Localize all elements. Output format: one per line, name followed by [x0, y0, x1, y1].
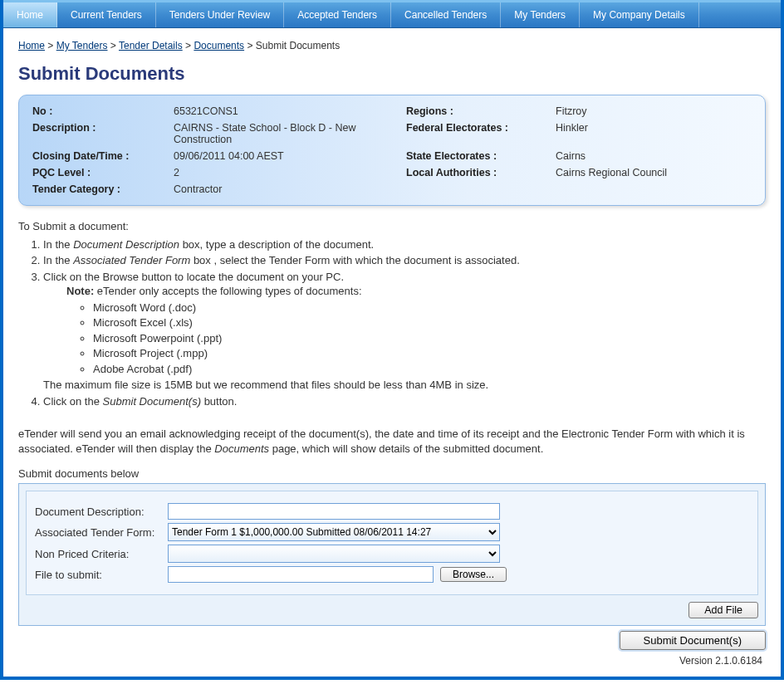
- doc-type: Microsoft Project (.mpp): [93, 346, 766, 361]
- info-pqc-label: PQC Level :: [32, 167, 165, 178]
- info-local-label: Local Authorities :: [406, 167, 547, 178]
- instructions-intro: To Submit a document:: [18, 219, 766, 234]
- nonpriced-label: Non Priced Criteria:: [35, 548, 168, 560]
- app-frame: Home Current Tenders Tenders Under Revie…: [0, 0, 784, 680]
- doc-type: Microsoft Word (.doc): [93, 300, 766, 315]
- form-heading: Submit documents below: [18, 467, 766, 480]
- breadcrumb-current: Submit Documents: [256, 40, 340, 51]
- info-local-value: Cairns Regional Council: [556, 167, 752, 178]
- file-label: File to submit:: [35, 569, 168, 581]
- instruction-step-1: In the Document Description box, type a …: [43, 237, 766, 252]
- info-desc-label: Description :: [32, 122, 165, 145]
- add-file-button[interactable]: Add File: [688, 602, 758, 618]
- info-no-value: 65321CONS1: [174, 105, 398, 117]
- info-pqc-value: 2: [174, 167, 398, 178]
- info-fed-value: Hinkler: [556, 122, 752, 145]
- submit-form-panel: Document Description: Associated Tender …: [18, 483, 766, 626]
- instruction-step-3: Click on the Browse button to locate the…: [43, 270, 766, 393]
- nav-tab-current-tenders[interactable]: Current Tenders: [57, 2, 156, 27]
- breadcrumb-mytenders-link[interactable]: My Tenders: [56, 40, 108, 51]
- doc-type: Adobe Acrobat (.pdf): [93, 362, 766, 377]
- file-path-input[interactable]: [168, 566, 434, 583]
- instructions-outro: eTender will send you an email acknowled…: [18, 427, 766, 456]
- doc-type: Microsoft Excel (.xls): [93, 315, 766, 330]
- info-regions-label: Regions :: [406, 105, 547, 117]
- instructions: To Submit a document: In the Document De…: [18, 219, 766, 456]
- submit-form-inner: Document Description: Associated Tender …: [26, 491, 758, 595]
- nav-tab-company-details[interactable]: My Company Details: [580, 2, 699, 27]
- info-state-value: Cairns: [556, 150, 752, 162]
- nonpriced-select[interactable]: [168, 545, 500, 563]
- info-closing-value: 09/06/2011 04:00 AEST: [174, 150, 398, 162]
- breadcrumb: Home > My Tenders > Tender Details > Doc…: [18, 37, 766, 58]
- max-filesize-note: The maximum file size is 15MB but we rec…: [43, 378, 766, 393]
- page-title: Submit Documents: [18, 63, 766, 85]
- assoc-form-select[interactable]: Tender Form 1 $1,000,000.00 Submitted 08…: [168, 523, 500, 541]
- version-label: Version 2.1.0.6184: [18, 655, 762, 667]
- breadcrumb-tenderdetails-link[interactable]: Tender Details: [119, 40, 183, 51]
- browse-button[interactable]: Browse...: [440, 567, 507, 582]
- doc-desc-input[interactable]: [168, 503, 500, 520]
- nav-tab-cancelled[interactable]: Cancelled Tenders: [391, 2, 501, 27]
- instruction-step-2: In the Associated Tender Form box , sele…: [43, 253, 766, 268]
- tender-info-panel: No : 65321CONS1 Regions : Fitzroy Descri…: [18, 95, 766, 206]
- nav-tab-my-tenders[interactable]: My Tenders: [501, 2, 580, 27]
- doc-desc-label: Document Description:: [35, 506, 168, 518]
- info-state-label: State Electorates :: [406, 150, 547, 162]
- assoc-form-label: Associated Tender Form:: [35, 526, 168, 539]
- info-cat-value: Contractor: [174, 183, 398, 195]
- info-regions-value: Fitzroy: [556, 105, 752, 117]
- nav-tab-home[interactable]: Home: [3, 2, 57, 27]
- nav-tab-under-review[interactable]: Tenders Under Review: [156, 2, 284, 27]
- info-fed-label: Federal Electorates :: [406, 122, 547, 145]
- info-desc-value: CAIRNS - State School - Block D - New Co…: [174, 122, 398, 145]
- nav-tab-accepted[interactable]: Accepted Tenders: [284, 2, 391, 27]
- instruction-step-4: Click on the Submit Document(s) button.: [43, 394, 766, 409]
- info-cat-label: Tender Category :: [32, 183, 165, 195]
- top-nav: Home Current Tenders Tenders Under Revie…: [3, 0, 781, 28]
- submit-documents-button[interactable]: Submit Document(s): [620, 631, 766, 650]
- doc-type: Microsoft Powerpoint (.ppt): [93, 331, 766, 346]
- info-closing-label: Closing Date/Time :: [32, 150, 165, 162]
- info-no-label: No :: [32, 105, 165, 117]
- breadcrumb-home-link[interactable]: Home: [18, 40, 45, 51]
- breadcrumb-documents-link[interactable]: Documents: [194, 40, 244, 51]
- page-content: Home > My Tenders > Tender Details > Doc…: [3, 28, 781, 677]
